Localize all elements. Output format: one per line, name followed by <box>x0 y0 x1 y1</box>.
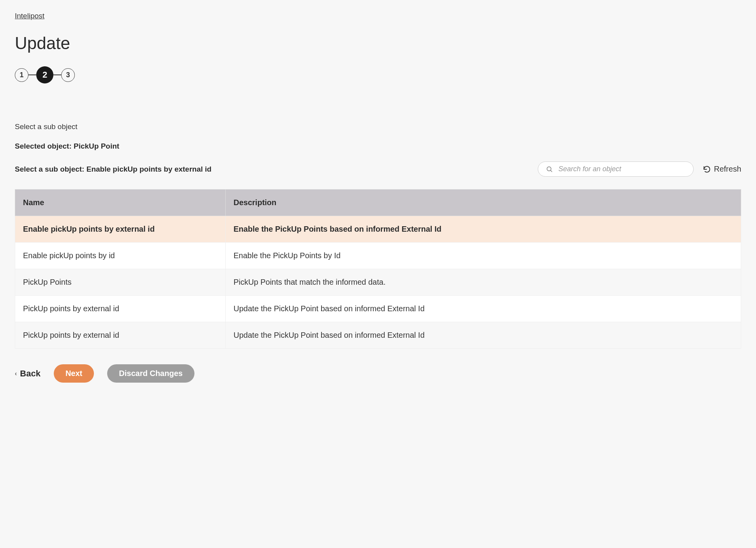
step-connector <box>28 74 36 75</box>
search-box[interactable] <box>538 161 694 177</box>
row-name: PickUp points by external id <box>15 322 226 349</box>
back-label: Back <box>20 369 41 379</box>
step-1[interactable]: 1 <box>15 68 28 82</box>
table-row[interactable]: PickUp PointsPickUp Points that match th… <box>15 269 741 296</box>
chevron-left-icon: ‹ <box>15 370 17 377</box>
svg-line-1 <box>551 170 552 172</box>
discard-button[interactable]: Discard Changes <box>107 364 194 383</box>
row-description: Update the PickUp Point based on informe… <box>226 322 741 349</box>
row-name: Enable pickUp points by id <box>15 243 226 269</box>
refresh-button[interactable]: Refresh <box>703 165 741 174</box>
table-row[interactable]: PickUp points by external idUpdate the P… <box>15 296 741 322</box>
instruction-text: Select a sub object <box>15 122 741 131</box>
selected-object-label: Selected object: PickUp Point <box>15 142 741 151</box>
page-title: Update <box>15 34 741 53</box>
search-input[interactable] <box>558 165 685 173</box>
breadcrumb-link[interactable]: Intelipost <box>15 12 44 20</box>
row-description: PickUp Points that match the informed da… <box>226 269 741 296</box>
row-name: PickUp Points <box>15 269 226 296</box>
step-connector <box>53 74 61 75</box>
step-2[interactable]: 2 <box>36 66 53 83</box>
back-button[interactable]: ‹ Back <box>15 369 41 379</box>
sub-object-table: Name Description Enable pickUp points by… <box>15 189 741 349</box>
table-row[interactable]: PickUp points by external idUpdate the P… <box>15 322 741 349</box>
row-description: Enable the PickUp Points based on inform… <box>226 216 741 243</box>
table-row[interactable]: Enable pickUp points by idEnable the Pic… <box>15 243 741 269</box>
table-header-name: Name <box>15 190 226 216</box>
refresh-label: Refresh <box>714 165 741 174</box>
table-header-description: Description <box>226 190 741 216</box>
row-name: PickUp points by external id <box>15 296 226 322</box>
sub-object-label: Select a sub object: Enable pickUp point… <box>15 165 530 174</box>
search-icon <box>546 166 553 173</box>
refresh-icon <box>703 165 711 173</box>
table-row[interactable]: Enable pickUp points by external idEnabl… <box>15 216 741 243</box>
row-description: Enable the PickUp Points by Id <box>226 243 741 269</box>
next-button[interactable]: Next <box>54 364 94 383</box>
step-3[interactable]: 3 <box>61 68 75 82</box>
row-description: Update the PickUp Point based on informe… <box>226 296 741 322</box>
svg-point-0 <box>547 167 551 171</box>
row-name: Enable pickUp points by external id <box>15 216 226 243</box>
stepper: 123 <box>15 66 741 83</box>
